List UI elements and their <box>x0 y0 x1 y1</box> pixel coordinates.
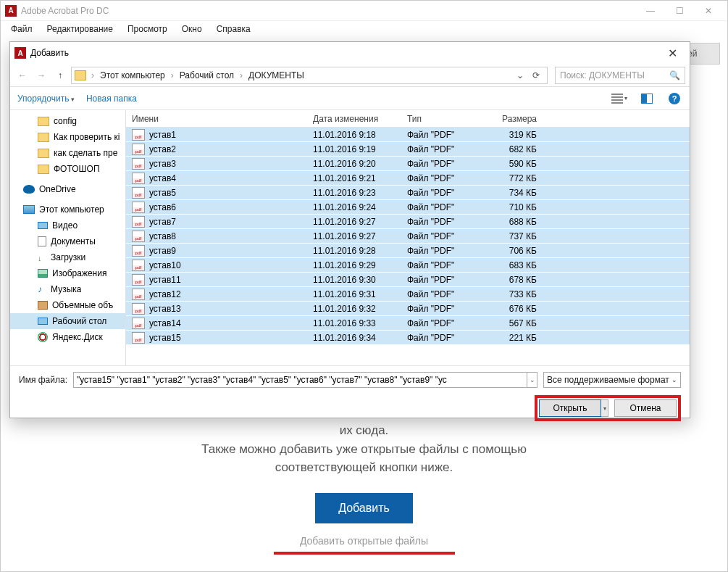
tree-item-this-pc[interactable]: Этот компьютер <box>10 202 125 217</box>
search-input[interactable]: Поиск: ДОКУМЕНТЫ 🔍 <box>555 67 685 84</box>
file-size: 772 КБ <box>485 173 543 183</box>
file-date: 11.01.2016 9:28 <box>307 246 401 256</box>
open-button[interactable]: Открыть <box>539 399 601 417</box>
search-icon: 🔍 <box>669 70 680 80</box>
dialog-close-button[interactable]: ✕ <box>659 42 685 64</box>
file-row[interactable]: устав911.01.2016 9:28Файл "PDF"706 КБ <box>126 244 690 258</box>
menu-edit[interactable]: Редактирование <box>41 22 119 36</box>
cancel-button[interactable]: Отмена <box>614 399 677 417</box>
new-folder-button[interactable]: Новая папка <box>86 94 137 104</box>
file-date: 11.01.2016 9:21 <box>307 173 401 183</box>
pdf-icon <box>132 216 145 228</box>
file-name: устав11 <box>149 275 181 285</box>
minimize-button[interactable]: — <box>636 1 665 21</box>
menu-window[interactable]: Окно <box>176 22 208 36</box>
pc-icon <box>23 205 35 214</box>
col-header-date[interactable]: Дата изменения <box>307 114 401 124</box>
tree-item-videos[interactable]: Видео <box>10 217 125 233</box>
file-type: Файл "PDF" <box>401 188 485 198</box>
crumb-pc[interactable]: Этот компьютер <box>97 70 168 80</box>
file-row[interactable]: устав111.01.2016 9:18Файл "PDF"319 КБ <box>126 128 690 142</box>
col-header-size[interactable]: Размера <box>485 114 543 124</box>
tree-item-folder[interactable]: config <box>10 113 125 129</box>
tree-item-documents[interactable]: Документы <box>10 233 125 249</box>
annotation-underline <box>274 552 455 555</box>
maximize-button[interactable]: ☐ <box>665 1 694 21</box>
pdf-icon <box>132 245 145 257</box>
col-header-name[interactable]: Имени <box>126 114 307 124</box>
tree-item-pictures[interactable]: Изображения <box>10 265 125 281</box>
file-row[interactable]: устав811.01.2016 9:27Файл "PDF"737 КБ <box>126 229 690 244</box>
preview-pane-button[interactable] <box>639 91 655 107</box>
nav-forward-button[interactable]: → <box>33 67 49 83</box>
file-row[interactable]: устав1311.01.2016 9:32Файл "PDF"676 КБ <box>126 302 690 316</box>
open-dropdown[interactable]: ▾ <box>601 399 608 417</box>
tree-item-downloads[interactable]: Загрузки <box>10 249 125 265</box>
pdf-icon <box>132 303 145 315</box>
file-list[interactable]: Имени Дата изменения Тип Размера устав11… <box>126 110 690 365</box>
pdf-icon <box>132 231 145 242</box>
folder-tree[interactable]: config Как проверить кі как сделать пре … <box>10 110 126 365</box>
file-row[interactable]: устав211.01.2016 9:19Файл "PDF"682 КБ <box>126 142 690 157</box>
tree-item-folder[interactable]: Как проверить кі <box>10 129 125 145</box>
file-name: устав8 <box>149 231 176 241</box>
menu-view[interactable]: Просмотр <box>122 22 173 36</box>
tree-item-folder[interactable]: как сделать пре <box>10 145 125 161</box>
file-date: 11.01.2016 9:27 <box>307 231 401 241</box>
file-row[interactable]: устав1211.01.2016 9:31Файл "PDF"733 КБ <box>126 287 690 302</box>
nav-back-button[interactable]: ← <box>14 67 30 83</box>
file-list-header: Имени Дата изменения Тип Размера <box>126 110 690 128</box>
file-row[interactable]: устав1511.01.2016 9:34Файл "PDF"221 КБ <box>126 331 690 345</box>
tree-item-yandex[interactable]: Яндекс.Диск <box>10 329 125 345</box>
filetype-filter[interactable]: Все поддерживаемые формат⌄ <box>543 372 681 388</box>
breadcrumb[interactable]: › Этот компьютер › Рабочий стол › ДОКУМЕ… <box>71 67 548 84</box>
crumb-folder[interactable]: ДОКУМЕНТЫ <box>246 70 307 80</box>
add-open-files-link[interactable]: Добавить открытые файлы <box>1 534 727 549</box>
file-row[interactable]: устав511.01.2016 9:23Файл "PDF"734 КБ <box>126 186 690 200</box>
file-row[interactable]: устав1411.01.2016 9:33Файл "PDF"567 КБ <box>126 316 690 331</box>
file-row[interactable]: устав711.01.2016 9:27Файл "PDF"688 КБ <box>126 215 690 229</box>
file-row[interactable]: устав311.01.2016 9:20Файл "PDF"590 КБ <box>126 157 690 171</box>
tree-item-3d[interactable]: Объемные объ <box>10 297 125 313</box>
path-dropdown-icon[interactable]: ⌄ <box>514 70 527 80</box>
pdf-icon <box>132 318 145 329</box>
file-size: 734 КБ <box>485 188 543 198</box>
bg-text-line1: Также можно добавить уже открытые файлы … <box>1 440 727 459</box>
dialog-title: Добавить <box>30 48 69 58</box>
list-icon <box>611 94 623 104</box>
add-button[interactable]: Добавить <box>315 493 413 523</box>
tree-item-onedrive[interactable]: OneDrive <box>10 181 125 197</box>
tree-item-music[interactable]: ♪Музыка <box>10 281 125 297</box>
crumb-desktop[interactable]: Рабочий стол <box>177 70 237 80</box>
file-size: 676 КБ <box>485 304 543 314</box>
file-type: Файл "PDF" <box>401 144 485 154</box>
help-button[interactable]: ? <box>666 91 682 107</box>
onedrive-icon <box>23 185 35 194</box>
pdf-icon <box>132 274 145 286</box>
file-type: Файл "PDF" <box>401 333 485 343</box>
menu-file[interactable]: Файл <box>5 22 38 36</box>
filename-dropdown[interactable]: ⌄ <box>527 372 537 388</box>
file-size: 682 КБ <box>485 144 543 154</box>
organize-button[interactable]: Упорядочить <box>17 94 75 104</box>
folder-icon <box>75 70 86 80</box>
pdf-icon <box>132 332 145 344</box>
pdf-icon <box>132 144 145 155</box>
refresh-button[interactable]: ⟳ <box>528 70 544 80</box>
close-button[interactable]: ✕ <box>694 1 723 21</box>
tree-item-desktop[interactable]: Рабочий стол <box>10 313 125 329</box>
box-icon <box>38 301 48 310</box>
file-row[interactable]: устав411.01.2016 9:21Файл "PDF"772 КБ <box>126 171 690 186</box>
view-mode-button[interactable]: ▾ <box>611 91 627 107</box>
filename-input[interactable] <box>73 372 527 388</box>
file-row[interactable]: устав611.01.2016 9:24Файл "PDF"710 КБ <box>126 200 690 215</box>
file-row[interactable]: устав1111.01.2016 9:30Файл "PDF"678 КБ <box>126 273 690 287</box>
tree-item-folder[interactable]: ФОТОШОП <box>10 161 125 177</box>
menu-help[interactable]: Справка <box>211 22 256 36</box>
file-row[interactable]: устав1011.01.2016 9:29Файл "PDF"683 КБ <box>126 258 690 273</box>
nav-up-button[interactable]: ↑ <box>52 67 68 83</box>
col-header-type[interactable]: Тип <box>401 114 485 124</box>
file-name: устав4 <box>149 173 176 183</box>
file-date: 11.01.2016 9:34 <box>307 333 401 343</box>
app-title: Adobe Acrobat Pro DC <box>21 6 109 16</box>
